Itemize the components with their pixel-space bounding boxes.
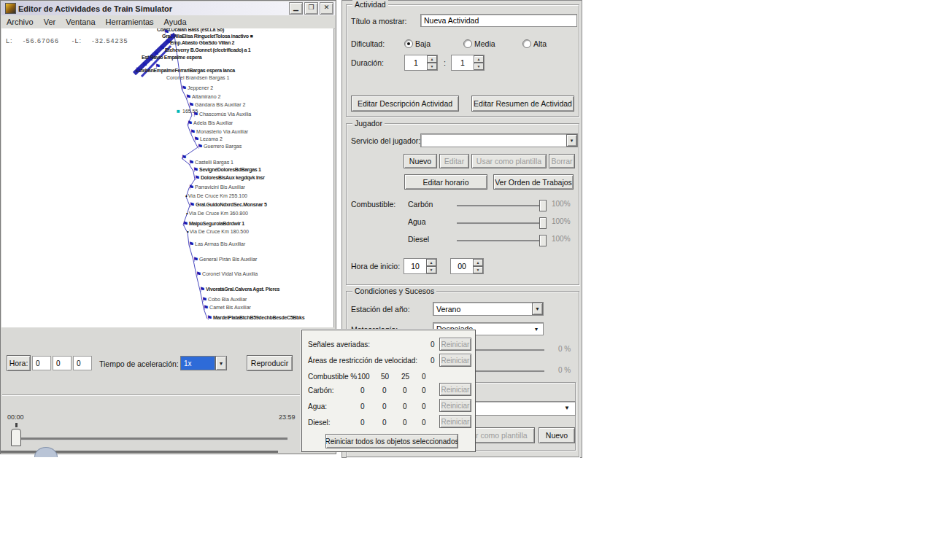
accel-dropdown-icon[interactable]: ▼	[215, 356, 227, 370]
editar-button[interactable]: Editar	[439, 154, 469, 168]
edit-description-button[interactable]: Editar Descripción Actividad	[351, 96, 459, 112]
up-arrow-icon[interactable]: ▲	[426, 259, 436, 266]
servicio-dropdown-icon[interactable]: ▾	[566, 134, 577, 147]
map-station-altamirano-2[interactable]: ⚑Altamirano 2	[185, 94, 220, 100]
hora-field-1[interactable]: 0	[32, 356, 51, 370]
map-station-mardelplatabtchb59dechbbesde[interactable]: ⚑MardelPlataBtchB59dechbBesdeC5Bbks	[207, 315, 304, 321]
map-marker[interactable]: ⚑	[153, 51, 160, 57]
timeline-track[interactable]	[15, 438, 287, 440]
suceso-nuevo-button[interactable]: Nuevo	[539, 427, 575, 443]
reset-all-button[interactable]: Reiniciar todos los objetos seleccionado…	[325, 434, 458, 448]
down-arrow-icon[interactable]: ▼	[473, 266, 483, 273]
estacion-combobox[interactable]: Verano	[433, 302, 544, 316]
map-marker[interactable]: ⚑	[159, 45, 166, 51]
map-station-adela-bis-auxiliar[interactable]: ⚑Adela Bis Auxiliar	[187, 120, 233, 126]
map-marker[interactable]: ⚑	[135, 67, 142, 73]
nuevo-button[interactable]: Nuevo	[404, 154, 437, 168]
areas-reset-button[interactable]: Reiniciar	[439, 354, 471, 367]
map-station-lezama-2[interactable]: ⚑Lezama 2	[193, 136, 223, 142]
diesel-slider-thumb[interactable]	[539, 235, 547, 246]
map-station-guerrero-bargas[interactable]: ⚑Guerrero Bargas	[197, 144, 242, 149]
map-station-gral-guidondxrdsec-monsnar-5[interactable]: ⚑Gral.GuidoNdxrdSec.Monsnar 5	[189, 202, 266, 208]
radio-baja[interactable]	[404, 39, 413, 48]
map-station-monasterio-via-auxiliar[interactable]: ⚑Monasterio Via Auxiliar	[190, 129, 248, 135]
titulo-input[interactable]: Nueva Actividad	[420, 14, 577, 27]
up-arrow-icon[interactable]: ▲	[474, 55, 484, 63]
down-arrow-icon[interactable]: ▼	[427, 63, 437, 70]
play-button[interactable]: Reproducir	[247, 355, 293, 371]
menu-archivo[interactable]: Archivo	[1, 18, 39, 26]
map-marker[interactable]: ⚑	[147, 57, 154, 63]
map-station-sevign-doloresbdbargas-1[interactable]: ⚑SevignéDoloresBdBargas 1	[193, 167, 261, 173]
map-station-maip-segurolabdrdwir-1[interactable]: ⚑MaipúSegurolaBdrdwir 1	[182, 221, 244, 227]
editar-horario-button[interactable]: Editar horario	[404, 174, 487, 190]
up-arrow-icon[interactable]: ▲	[473, 259, 483, 266]
usar-plantilla-button[interactable]: Usar como plantilla	[471, 154, 547, 168]
radio-alta[interactable]	[522, 39, 531, 48]
map-station-castelli-bargas-1[interactable]: ⚑Castelli Bargas 1	[188, 160, 234, 166]
hora-field-2[interactable]: 0	[53, 356, 72, 370]
diesel-reset-button[interactable]: Reiniciar	[439, 415, 471, 428]
map-station-general-pir-n-bis-auxiliar[interactable]: ⚑General Pirán Bis Auxiliar	[193, 257, 257, 262]
map-station-vivorat-gral-calvera-agst-pi[interactable]: ⚑VivoratáGral.Calvera Agst. Pieres	[199, 287, 279, 292]
up-arrow-icon[interactable]: ▲	[427, 55, 437, 63]
menu-ver[interactable]: Ver	[39, 18, 61, 26]
map-station-jeppener-2[interactable]: ⚑Jeppener 2	[181, 85, 213, 91]
radio-media[interactable]	[463, 39, 472, 48]
map-station-cobo-bia-auxiliar[interactable]: ⚑Cobo Bia Auxiliar	[201, 297, 247, 303]
map-station-camet-bis-auxiliar[interactable]: ⚑Camet Bis Auxiliar	[203, 305, 251, 311]
map-marker[interactable]: ⚑	[169, 34, 176, 39]
map-station-coronel-brandsen-bargas-1[interactable]: Coronel Brandsen Bargas 1	[166, 75, 229, 81]
map-station-doloresbisaux-kegdqvk-lnsr[interactable]: ⚑DoloresBisAux kegdqvk lnsr	[194, 175, 265, 181]
down-arrow-icon[interactable]: ▼	[474, 63, 484, 70]
borrar-button[interactable]: Borrar	[549, 154, 575, 168]
estacion-dropdown-icon[interactable]: ▼	[532, 303, 543, 315]
hora-button[interactable]: Hora:	[7, 355, 31, 371]
route-map[interactable]: L: -56.67066 -L: -32.54235 Coast.Ucalán …	[1, 28, 334, 327]
suceso-combobox[interactable]	[468, 401, 576, 416]
menu-ventana[interactable]: Ventana	[61, 18, 100, 26]
agua-reset-button[interactable]: Reiniciar	[439, 399, 471, 412]
senales-reset-button[interactable]: Reiniciar	[439, 338, 471, 351]
menu-herramientas[interactable]: Herramientas	[101, 18, 159, 26]
edit-summary-button[interactable]: Editar Resumen de Actividad	[471, 96, 574, 112]
map-station-estebanempalmeferraribargas-[interactable]: estebanEmpalmeFerrariBargas espera lanca	[136, 68, 235, 74]
minimize-button[interactable]: ▁	[289, 2, 303, 15]
diesel-slider[interactable]	[457, 240, 544, 242]
map-marker[interactable]: ⚑	[165, 39, 171, 45]
servicio-combobox[interactable]	[420, 133, 578, 147]
ver-orden-button[interactable]: Ver Orden de Trabajos	[493, 174, 574, 190]
map-station-via-de-cruce-km-255-100[interactable]: •Via De Cruce Km 255.100	[185, 193, 247, 199]
map-station-chascom-s-via-auxilia[interactable]: ⚑Chascomús Via Auxilia	[193, 112, 251, 117]
map-station-via-de-cruce-km-180-500[interactable]: •Via De Cruce Km 180.500	[187, 229, 249, 235]
map-station-las-armas-bis-auxiliar[interactable]: ⚑Las Armas Bis Auxiliar	[188, 241, 245, 247]
map-marker[interactable]: ⚑	[163, 29, 170, 35]
hora-inicio-minutes-stepper[interactable]: 00 ▲▼	[450, 258, 484, 274]
map-marker[interactable]: ⚑	[181, 155, 188, 160]
map-station-emp-abasto-gbasdo-villan-2[interactable]: Emp.Abasto GbaSdo Villan 2	[170, 40, 234, 46]
agua-slider-thumb[interactable]	[539, 217, 547, 229]
restore-button[interactable]: ❐	[304, 2, 318, 15]
meteo-dropdown-icon[interactable]: ▾	[535, 326, 538, 332]
agua-slider[interactable]	[457, 222, 544, 225]
map-station-g-ndara-bis-auxiliar-2[interactable]: ⚑Gándara Bis Auxiliar 2	[188, 102, 245, 108]
menu-ayuda[interactable]: Ayuda	[159, 18, 192, 26]
carbon-slider[interactable]	[457, 205, 544, 207]
duracion-hours-stepper[interactable]: 1 ▲▼	[404, 55, 438, 71]
accel-combobox[interactable]: 1x	[180, 356, 215, 370]
close-button[interactable]: ✕	[320, 2, 333, 15]
timeline-thumb[interactable]	[11, 429, 21, 446]
carbon-slider-thumb[interactable]	[539, 200, 547, 211]
duracion-minutes-stepper[interactable]: 1 ▲▼	[451, 55, 485, 71]
map-station-coronel-vidal-via-auxilia[interactable]: ⚑Coronel Vidal Via Auxilia	[196, 271, 258, 277]
hora-field-3[interactable]: 0	[73, 356, 92, 370]
map-marker[interactable]: ■	[177, 109, 181, 114]
map-station-etcheverry-b-gonnet-electrif[interactable]: Etcheverry B.Gonnet (electrificado) a 1	[165, 47, 250, 53]
title-bar[interactable]: Editor de Actividades de Train Simulator…	[1, 1, 335, 15]
down-arrow-icon[interactable]: ▼	[426, 266, 436, 273]
carbon-reset-button[interactable]: Reiniciar	[439, 383, 471, 396]
map-marker[interactable]: ⚑	[155, 63, 161, 69]
map-station-parravicini-bis-auxiliar[interactable]: ⚑Parravicini Bis Auxiliar	[188, 184, 245, 190]
suceso-dropdown-icon[interactable]: ▼	[564, 405, 570, 411]
map-station-via-de-cruce-km-360-800[interactable]: •Via De Cruce Km 360.800	[186, 211, 248, 217]
